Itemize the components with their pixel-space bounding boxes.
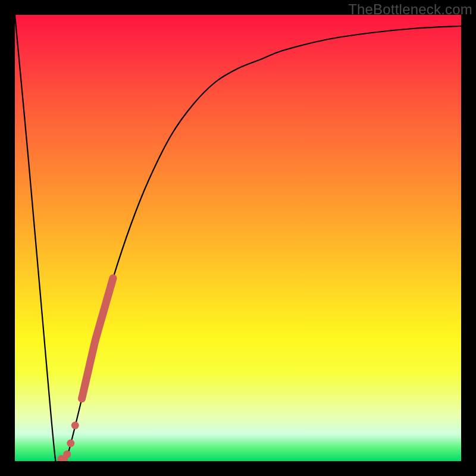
marker-segment [82,278,114,399]
plot-area [15,15,461,461]
curve-layer [15,15,461,461]
chart-frame: TheBottleneck.com [0,0,476,476]
marker-dot [71,422,79,430]
marker-dot [67,440,74,447]
